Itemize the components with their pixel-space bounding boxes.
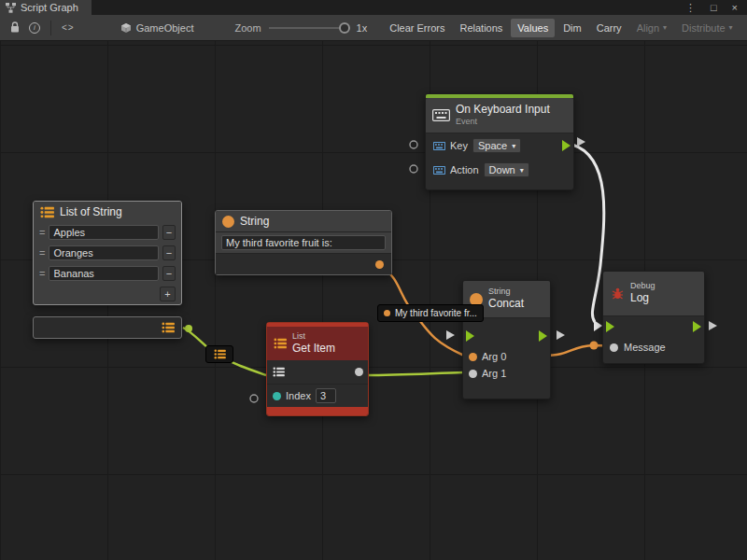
code-view-icon[interactable]: <> [62, 22, 75, 33]
gameobject-selector[interactable]: GameObject [120, 22, 194, 34]
tab-script-graph[interactable]: Script Graph [0, 0, 92, 15]
keyboard-icon [432, 109, 450, 121]
wire-concat-to-log[interactable] [543, 345, 609, 356]
node-category: String [488, 287, 524, 297]
node-get-item[interactable]: List Get Item Index [266, 322, 369, 416]
arg0-input-port[interactable] [469, 353, 477, 361]
list-input-port[interactable] [273, 367, 285, 377]
toolbar-buttons: Clear Errors Relations Values Dim Carry … [382, 19, 747, 37]
node-title: Get Item [292, 343, 335, 355]
flow-output-port[interactable] [539, 330, 547, 342]
trigger-output-port[interactable] [562, 140, 571, 151]
remove-item-button[interactable]: − [162, 245, 176, 260]
node-title: On Keyboard Input [456, 104, 550, 116]
carry-button[interactable]: Carry [590, 19, 628, 37]
list-item-input[interactable] [49, 266, 159, 281]
node-concat[interactable]: String Concat Arg 0 Arg 1 [462, 280, 551, 399]
message-input-port[interactable] [610, 343, 618, 352]
index-label: Index [286, 390, 311, 401]
flow-triangle-icon [709, 321, 717, 330]
concat-flow-row [463, 324, 550, 348]
index-value-input[interactable] [316, 388, 336, 403]
node-log[interactable]: Debug Log Message [602, 271, 705, 364]
zoom-slider-handle[interactable] [339, 22, 350, 34]
node-string-literal[interactable]: String [215, 210, 392, 275]
node-header[interactable]: List of String [34, 202, 181, 222]
chevron-down-icon: ▾ [663, 23, 667, 32]
chevron-down-icon: ▾ [520, 166, 524, 175]
graph-canvas[interactable]: List of String = − = − = + − + [0, 41, 747, 560]
add-item-button[interactable]: + [160, 287, 176, 301]
values-button[interactable]: Values [511, 19, 555, 37]
graph-toolbar: i <> GameObject Zoom 1x Clear Errors Rel… [0, 15, 747, 41]
clear-errors-button[interactable]: Clear Errors [383, 19, 451, 37]
info-icon[interactable]: i [29, 22, 40, 34]
distribute-button[interactable]: Distribute▾ [675, 19, 739, 37]
zoom-value: 1x [357, 22, 368, 34]
drag-handle-icon[interactable]: = [39, 227, 45, 238]
maximize-icon[interactable]: □ [711, 1, 717, 14]
string-value-input[interactable] [221, 235, 386, 250]
close-icon[interactable]: × [732, 1, 738, 14]
list-item-input[interactable] [49, 225, 159, 240]
arg1-input-port[interactable] [469, 370, 477, 378]
list-item-input[interactable] [49, 245, 159, 260]
error-bar [267, 407, 368, 415]
key-row: Key Space ▾ [426, 133, 573, 158]
drag-handle-icon[interactable]: = [39, 247, 45, 259]
wire-getitem-to-concat[interactable] [366, 372, 464, 375]
string-output-port[interactable] [375, 260, 384, 269]
node-header[interactable]: List Get Item [267, 323, 368, 360]
list-value-preview [205, 345, 233, 363]
node-header[interactable]: On Keyboard Input Event [426, 98, 573, 133]
toolbar-divider [50, 21, 51, 35]
list-output-port[interactable] [162, 322, 175, 333]
node-on-keyboard-input[interactable]: On Keyboard Input Event Key Space ▾ Acti… [425, 93, 574, 190]
empty-port-icon[interactable] [410, 141, 417, 148]
flow-input-port[interactable] [606, 321, 614, 332]
empty-port-icon[interactable] [250, 395, 258, 402]
node-title: Concat [488, 298, 524, 310]
gameobject-cube-icon [120, 22, 132, 34]
node-category: Debug [630, 282, 655, 291]
message-label: Message [624, 342, 666, 353]
list-icon [273, 367, 285, 377]
string-value-preview: My third favorite fr... [377, 304, 484, 322]
lock-icon[interactable] [10, 21, 20, 34]
node-header[interactable]: String [216, 211, 391, 232]
string-type-icon [222, 216, 234, 228]
align-button[interactable]: Align▾ [630, 19, 673, 37]
gameobject-label: GameObject [136, 22, 194, 34]
node-category: List [292, 332, 335, 342]
node-title: String [240, 215, 269, 228]
arg0-label: Arg 0 [482, 351, 506, 362]
chevron-down-icon: ▾ [512, 142, 515, 150]
key-dropdown[interactable]: Space ▾ [472, 138, 521, 153]
list-item-row: = + − [34, 263, 181, 284]
window-menu-icon[interactable]: ⋮ [685, 1, 696, 14]
action-dropdown[interactable]: Down ▾ [484, 162, 529, 177]
message-row: Message [603, 337, 704, 357]
remove-item-button[interactable]: − [162, 266, 176, 281]
log-flow-row [603, 316, 704, 337]
dim-button[interactable]: Dim [557, 19, 588, 37]
overview-button[interactable]: Overv [741, 19, 747, 37]
flow-triangle-icon [557, 330, 565, 340]
flow-input-port[interactable] [466, 330, 474, 342]
arg1-label: Arg 1 [482, 368, 506, 379]
flow-output-port[interactable] [693, 321, 701, 332]
relations-button[interactable]: Relations [453, 19, 509, 37]
index-input-port[interactable] [273, 392, 281, 400]
empty-port-icon[interactable] [410, 165, 417, 173]
wire-keyboard-to-log[interactable] [572, 145, 604, 322]
zoom-slider[interactable] [269, 27, 347, 29]
list-icon [162, 322, 175, 333]
zoom-label: Zoom [234, 22, 261, 34]
drag-handle-icon[interactable]: = [39, 268, 45, 279]
item-output-port[interactable] [355, 368, 363, 376]
node-list-of-string-ports[interactable] [33, 316, 182, 339]
list-icon [214, 349, 226, 359]
node-list-of-string[interactable]: List of String = − = − = + − + [33, 201, 182, 305]
remove-item-button[interactable]: − [162, 225, 176, 240]
node-header[interactable]: Debug Log [603, 272, 704, 316]
